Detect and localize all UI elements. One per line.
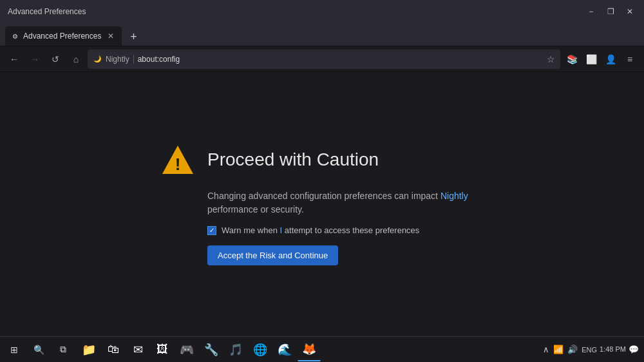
checkbox-check-icon: ✓ xyxy=(209,227,214,234)
taskbar-tray: ∧ 📶 🔊 ENG xyxy=(543,345,597,354)
restore-button[interactable]: ❐ xyxy=(601,5,620,19)
warn-checkbox[interactable]: ✓ xyxy=(207,226,216,235)
address-favicon-icon: 🌙 xyxy=(93,55,102,64)
start-button[interactable]: ⊞ xyxy=(3,338,26,361)
notification-icon[interactable]: 💬 xyxy=(629,345,639,354)
warning-body-text-end: performance or security. xyxy=(207,204,304,214)
warning-body-text: Changing advanced configuration preferen… xyxy=(207,191,440,201)
nav-right-controls: 📚 ⬜ 👤 ≡ xyxy=(563,50,639,68)
checkbox-label-text: Warn me when xyxy=(222,225,280,235)
search-button[interactable]: 🔍 xyxy=(27,338,50,361)
taskview-button[interactable]: ⧉ xyxy=(52,338,75,361)
taskbar-app-photos[interactable]: 🖼 xyxy=(151,338,174,361)
forward-button[interactable]: → xyxy=(26,50,44,68)
taskbar-app-chrome[interactable]: 🌐 xyxy=(249,338,272,361)
accept-risk-button[interactable]: Accept the Risk and Continue xyxy=(207,245,338,265)
taskbar-app-firefox[interactable]: 🦊 xyxy=(298,338,321,361)
tab-close-button[interactable]: ✕ xyxy=(105,30,117,42)
warning-title: Proceed with Caution xyxy=(207,149,379,170)
profile-button[interactable]: 👤 xyxy=(601,50,620,68)
checkbox-label: Warn me when I attempt to access these p… xyxy=(222,225,419,235)
tray-up-icon[interactable]: ∧ xyxy=(543,345,549,354)
home-button[interactable]: ⌂ xyxy=(67,50,85,68)
taskbar-app-explorer[interactable]: 📁 xyxy=(77,338,100,361)
warning-header: ! Proceed with Caution xyxy=(161,143,379,176)
taskbar: ⊞ 🔍 ⧉ 📁 🛍 ✉ 🖼 🎮 🔧 🎵 🌐 🌊 🦊 ∧ 📶 🔊 ENG 1:48… xyxy=(0,336,644,362)
taskbar-right: ∧ 📶 🔊 ENG 1:48 PM 💬 xyxy=(543,345,641,354)
bookmark-star-icon[interactable]: ☆ xyxy=(547,54,555,64)
menu-button[interactable]: ≡ xyxy=(621,50,639,68)
browser-content: ! Proceed with Caution Changing advanced… xyxy=(0,72,644,336)
new-tab-button[interactable]: + xyxy=(124,28,142,46)
checkbox-row: ✓ Warn me when I attempt to access these… xyxy=(161,225,419,235)
back-button[interactable]: ← xyxy=(5,50,23,68)
warning-container: ! Proceed with Caution Changing advanced… xyxy=(161,143,483,265)
reload-button[interactable]: ↺ xyxy=(46,50,64,68)
svg-text:!: ! xyxy=(175,155,181,174)
nav-bar: ← → ↺ ⌂ 🌙 Nightly about:config ☆ 📚 ⬜ 👤 ≡ xyxy=(0,46,644,72)
library-button[interactable]: 📚 xyxy=(563,50,581,68)
tab-favicon-icon: ⚙ xyxy=(10,32,19,41)
warning-triangle-icon: ! xyxy=(161,143,194,176)
warning-body: Changing advanced configuration preferen… xyxy=(161,189,483,216)
minimize-button[interactable]: − xyxy=(582,5,600,19)
lang-indicator[interactable]: ENG xyxy=(582,346,597,354)
address-site-name: Nightly xyxy=(106,55,134,64)
taskbar-app-edge[interactable]: 🌊 xyxy=(273,338,296,361)
title-bar-title: Advanced Preferences xyxy=(5,7,582,16)
taskbar-left: ⊞ 🔍 ⧉ xyxy=(3,338,75,361)
title-bar: Advanced Preferences − ❐ ✕ xyxy=(0,0,644,23)
volume-icon[interactable]: 🔊 xyxy=(567,345,578,354)
taskbar-app-mail[interactable]: ✉ xyxy=(126,338,149,361)
taskbar-app-store[interactable]: 🛍 xyxy=(102,338,125,361)
checkbox-label-end: attempt to access these preferences xyxy=(282,225,419,235)
tab-title: Advanced Preferences xyxy=(23,32,101,41)
address-bar[interactable]: 🌙 Nightly about:config ☆ xyxy=(88,50,560,69)
tab-bar: ⚙ Advanced Preferences ✕ + xyxy=(0,23,644,46)
taskbar-apps: 📁 🛍 ✉ 🖼 🎮 🔧 🎵 🌐 🌊 🦊 xyxy=(77,338,321,361)
close-button[interactable]: ✕ xyxy=(621,5,639,19)
taskbar-clock[interactable]: 1:48 PM xyxy=(600,345,626,354)
warning-body-highlight: Nightly xyxy=(440,191,468,201)
title-bar-controls: − ❐ ✕ xyxy=(582,5,639,19)
taskbar-app-app1[interactable]: 🎮 xyxy=(175,338,198,361)
synced-tabs-button[interactable]: ⬜ xyxy=(582,50,600,68)
active-tab[interactable]: ⚙ Advanced Preferences ✕ xyxy=(5,26,122,46)
taskbar-app-app3[interactable]: 🎵 xyxy=(224,338,247,361)
taskbar-time-display: 1:48 PM xyxy=(600,345,626,354)
network-icon[interactable]: 📶 xyxy=(553,345,564,354)
address-url: about:config xyxy=(138,55,543,64)
taskbar-app-app2[interactable]: 🔧 xyxy=(200,338,223,361)
